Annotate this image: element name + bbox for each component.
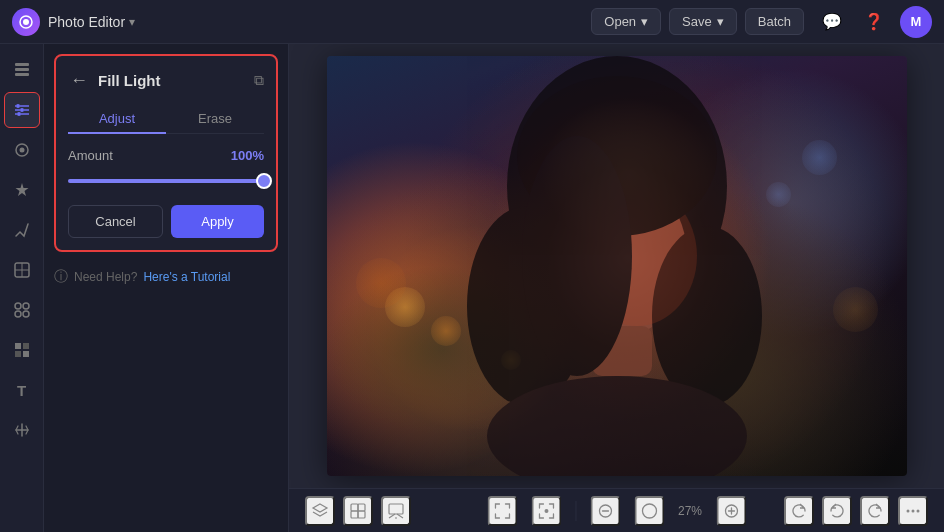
sidebar-overlay-btn[interactable]	[4, 252, 40, 288]
app-logo	[12, 8, 40, 36]
adjustments-icon	[13, 101, 31, 119]
avatar[interactable]: M	[900, 6, 932, 38]
apply-button[interactable]: Apply	[171, 205, 264, 238]
svg-rect-23	[15, 343, 21, 349]
logo-icon	[18, 14, 34, 30]
main-area: T ← Fill Light ⧉ Adjust Erase Amount 100…	[0, 44, 944, 532]
help-icon-btn[interactable]: ❓	[858, 6, 890, 38]
amount-slider[interactable]	[68, 171, 264, 191]
svg-rect-26	[23, 351, 29, 357]
transform-icon	[13, 421, 31, 439]
app-chevron[interactable]: ▾	[129, 15, 135, 29]
batch-button[interactable]: Batch	[745, 8, 804, 35]
svg-rect-24	[23, 343, 29, 349]
svg-rect-38	[358, 504, 365, 511]
help-link[interactable]: Here's a Tutorial	[143, 270, 230, 284]
cancel-button[interactable]: Cancel	[68, 205, 163, 238]
history-back-btn[interactable]	[784, 496, 814, 526]
canvas-viewport[interactable]	[289, 44, 944, 488]
svg-rect-3	[15, 68, 29, 71]
texture-icon	[13, 341, 31, 359]
canvas-image	[327, 56, 907, 476]
sidebar-objects-btn[interactable]	[4, 292, 40, 328]
toolbar-separator-1	[575, 501, 576, 521]
slider-fill	[68, 179, 264, 183]
sidebar-effects-btn[interactable]	[4, 172, 40, 208]
svg-point-8	[20, 108, 24, 112]
topbar-right: 💬 ❓ M	[816, 6, 932, 38]
sidebar-transform-btn[interactable]	[4, 412, 40, 448]
sidebar-layers-btn[interactable]	[4, 52, 40, 88]
grid-btn[interactable]	[381, 496, 411, 526]
sidebar-adjustments-btn[interactable]	[4, 92, 40, 128]
zoom-in-btn[interactable]	[716, 496, 746, 526]
bottom-center-tools: 27%	[487, 496, 746, 526]
fill-btn[interactable]	[531, 496, 561, 526]
app-name: Photo Editor	[48, 14, 125, 30]
svg-point-20	[23, 303, 29, 309]
canvas-area: 27%	[289, 44, 944, 532]
svg-marker-36	[313, 504, 327, 512]
sidebar-texture-btn[interactable]	[4, 332, 40, 368]
slider-thumb[interactable]	[256, 173, 272, 189]
sidebar-retouch-btn[interactable]	[4, 212, 40, 248]
overlay-icon	[13, 261, 31, 279]
panel-title: Fill Light	[98, 72, 254, 89]
save-button[interactable]: Save ▾	[669, 8, 737, 35]
topbar: Photo Editor ▾ Open ▾ Save ▾ Batch 💬 ❓ M	[0, 0, 944, 44]
svg-point-45	[544, 509, 548, 513]
sidebar-view-btn[interactable]	[4, 132, 40, 168]
amount-row: Amount 100%	[68, 148, 264, 163]
svg-rect-39	[351, 511, 358, 518]
zoom-circle-btn[interactable]	[634, 496, 664, 526]
tab-adjust[interactable]: Adjust	[68, 105, 166, 134]
panel-header: ← Fill Light ⧉	[68, 68, 264, 93]
svg-point-52	[907, 509, 910, 512]
panel: ← Fill Light ⧉ Adjust Erase Amount 100% …	[44, 44, 289, 532]
tab-erase[interactable]: Erase	[166, 105, 264, 134]
canvas-image-wrapper	[327, 56, 907, 476]
zoom-level: 27%	[678, 504, 702, 518]
panel-back-button[interactable]: ←	[68, 68, 90, 93]
fill-light-panel: ← Fill Light ⧉ Adjust Erase Amount 100% …	[54, 54, 278, 252]
svg-rect-25	[15, 351, 21, 357]
effects-icon	[13, 181, 31, 199]
zoom-out-btn[interactable]	[590, 496, 620, 526]
redo-btn[interactable]	[860, 496, 890, 526]
svg-point-54	[917, 509, 920, 512]
chat-icon-btn[interactable]: 💬	[816, 6, 848, 38]
layers-icon	[13, 61, 31, 79]
portrait-svg	[327, 56, 907, 476]
bottom-toolbar: 27%	[289, 488, 944, 532]
svg-point-22	[23, 311, 29, 317]
open-button[interactable]: Open ▾	[591, 8, 661, 35]
retouch-icon	[13, 221, 31, 239]
sidebar-text-btn[interactable]: T	[4, 372, 40, 408]
panel-buttons: Cancel Apply	[68, 205, 264, 238]
svg-rect-40	[358, 511, 365, 518]
help-text: Need Help?	[74, 270, 137, 284]
svg-point-1	[23, 19, 29, 25]
svg-point-19	[15, 303, 21, 309]
svg-rect-2	[15, 63, 29, 66]
svg-point-48	[642, 504, 656, 518]
bottom-right-tools	[784, 496, 928, 526]
more-btn[interactable]	[898, 496, 928, 526]
svg-point-35	[522, 136, 632, 376]
svg-point-15	[19, 148, 24, 153]
amount-label: Amount	[68, 148, 113, 163]
svg-point-5	[16, 104, 20, 108]
svg-point-53	[912, 509, 915, 512]
history-btn[interactable]	[343, 496, 373, 526]
svg-point-11	[17, 112, 21, 116]
panel-help: ⓘ Need Help? Here's a Tutorial	[54, 268, 278, 286]
copy-icon[interactable]: ⧉	[254, 72, 264, 89]
layers-bottom-btn[interactable]	[305, 496, 335, 526]
fit-btn[interactable]	[487, 496, 517, 526]
amount-value: 100%	[231, 148, 264, 163]
undo-btn[interactable]	[822, 496, 852, 526]
svg-rect-37	[351, 504, 358, 511]
svg-rect-41	[389, 504, 403, 514]
svg-point-21	[15, 311, 21, 317]
svg-rect-4	[15, 73, 29, 76]
